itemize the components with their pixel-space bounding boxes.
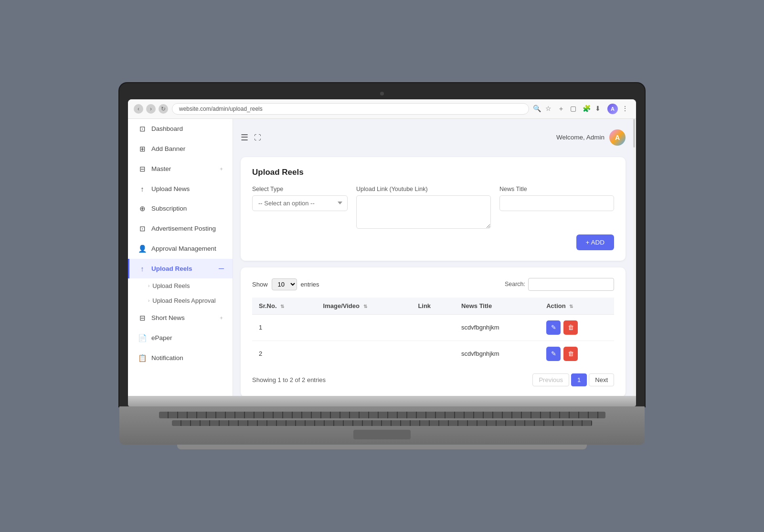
sidebar-item-label: Subscription (151, 205, 187, 212)
col-news-title-label: News Title (461, 302, 492, 309)
show-entries: Show 10 entries (252, 278, 319, 290)
add-banner-icon: ⊞ (138, 145, 147, 153)
search-label: Search: (505, 281, 525, 287)
cell-srno: 1 (252, 314, 317, 340)
approval-icon: 👤 (138, 245, 147, 253)
previous-button[interactable]: Previous (532, 373, 569, 386)
sidebar-item-label: Notification (151, 354, 183, 362)
edit-button-1[interactable]: ✎ (546, 347, 561, 361)
upload-reels-icon: ↑ (138, 265, 147, 273)
sidebar-item-notification[interactable]: 📋 Notification (128, 348, 233, 368)
sort-icon: ⇅ (363, 304, 367, 309)
col-srno: Sr.No. ⇅ (252, 298, 317, 315)
plus-icon: ＋ (558, 105, 566, 113)
pagination-buttons: Previous 1 Next (532, 373, 614, 386)
col-news-title: News Title (455, 298, 540, 315)
cell-action: ✎ 🗑 (540, 340, 614, 367)
upload-reels-expand-icon: — (219, 266, 224, 271)
col-action-label: Action (546, 302, 565, 309)
cell-action: ✎ 🗑 (540, 314, 614, 340)
col-link: Link (411, 298, 455, 315)
page-1-button[interactable]: 1 (571, 373, 587, 386)
expand-icon[interactable]: ⛶ (254, 133, 261, 141)
cell-news-title: scdvfbgnhjkm (455, 314, 540, 340)
keyboard (119, 406, 645, 445)
profile-icon[interactable]: A (607, 104, 618, 114)
table-row: 2 scdvfbgnhjkm ✎ 🗑 (252, 340, 614, 367)
sidebar-item-upload-news[interactable]: ↑ Upload News (128, 179, 233, 199)
hamburger-icon[interactable]: ☰ (241, 132, 248, 143)
col-action: Action ⇅ (540, 298, 614, 315)
entries-label: entries (301, 281, 319, 288)
sub-chevron-icon: › (148, 298, 149, 303)
cell-link (411, 314, 455, 340)
upload-link-input[interactable] (356, 195, 491, 229)
upload-form-card: Upload Reels Select Type -- Select an op… (241, 157, 626, 261)
pagination-row: Showing 1 to 2 of 2 entries Previous 1 N… (252, 373, 614, 386)
sidebar-item-add-banner[interactable]: ⊞ Add Banner (128, 139, 233, 159)
delete-button-0[interactable]: 🗑 (563, 320, 578, 335)
next-button[interactable]: Next (589, 373, 614, 386)
sidebar-sub-upload-reels-approval[interactable]: › Upload Reels Approval (128, 293, 233, 308)
upload-link-label: Upload Link (Youtube Link) (356, 186, 491, 192)
form-footer: + ADD (252, 234, 614, 250)
short-news-icon: ⊟ (138, 314, 147, 322)
sidebar-item-label: Upload Reels (151, 265, 192, 272)
sidebar-sub-upload-reels[interactable]: › Upload Reels (128, 278, 233, 293)
sidebar-item-approval[interactable]: 👤 Approval Management (128, 239, 233, 259)
camera-notch (380, 92, 384, 96)
upload-news-icon: ↑ (138, 185, 147, 193)
col-image-label: Image/Video (323, 302, 360, 309)
zoom-icon: 🔍 (533, 105, 541, 113)
avatar[interactable]: A (609, 129, 626, 146)
news-title-group: News Title (499, 186, 614, 211)
table-row: 1 scdvfbgnhjkm ✎ 🗑 (252, 314, 614, 340)
search-input[interactable] (528, 278, 614, 291)
news-title-input[interactable] (499, 195, 614, 211)
tab-icon: ▢ (570, 105, 579, 113)
sidebar-item-short-news[interactable]: ⊟ Short News ＋ (128, 308, 233, 328)
back-button[interactable]: ‹ (134, 104, 143, 114)
sidebar: ⊡ Dashboard ⊞ Add Banner ⊟ Master ＋ ↑ (128, 119, 233, 396)
menu-icon[interactable]: ⋮ (622, 105, 630, 113)
add-button[interactable]: + ADD (576, 234, 614, 250)
sidebar-item-label: Add Banner (151, 145, 185, 152)
sidebar-item-label: Dashboard (151, 125, 183, 132)
short-news-expand-icon: ＋ (219, 314, 224, 321)
entries-select[interactable]: 10 (272, 278, 297, 290)
sidebar-item-master[interactable]: ⊟ Master ＋ (128, 159, 233, 179)
keyboard-row-1 (159, 412, 605, 418)
address-bar[interactable]: website.com/admin/upload_reels (172, 103, 529, 115)
master-icon: ⊟ (138, 165, 147, 173)
sidebar-item-label: Approval Management (151, 245, 216, 252)
laptop-foot (119, 445, 645, 449)
download-icon: ⬇ (595, 105, 604, 113)
keyboard-row-2 (172, 420, 592, 426)
sidebar-item-label: Advertisement Posting (151, 225, 216, 232)
foot-bar (177, 445, 587, 449)
epaper-icon: 📄 (138, 334, 147, 342)
cell-image (317, 340, 412, 367)
sidebar-item-dashboard[interactable]: ⊡ Dashboard (128, 119, 233, 139)
edit-button-0[interactable]: ✎ (546, 320, 561, 335)
forward-button[interactable]: › (146, 104, 156, 114)
cell-news-title: scdvfbgnhjkm (455, 340, 540, 367)
sub-chevron-icon: › (148, 283, 149, 288)
delete-button-1[interactable]: 🗑 (563, 347, 578, 361)
sidebar-item-upload-reels[interactable]: ↑ Upload Reels — (128, 259, 233, 278)
sidebar-item-label: Short News (151, 314, 185, 321)
select-type-dropdown[interactable]: -- Select an option -- (252, 195, 348, 211)
table-card: Show 10 entries Search: (241, 267, 626, 396)
advertisement-icon: ⊡ (138, 224, 147, 233)
showing-text: Showing 1 to 2 of 2 entries (252, 376, 326, 383)
refresh-button[interactable]: ↻ (159, 104, 168, 114)
sidebar-item-subscription[interactable]: ⊕ Subscription (128, 199, 233, 219)
extension-icon: 🧩 (583, 105, 591, 113)
trackpad[interactable] (353, 430, 411, 439)
main-content: ☰ ⛶ Welcome, Admin A Upload Reels (233, 119, 633, 396)
sidebar-item-label: Master (151, 165, 171, 172)
sidebar-item-advertisement[interactable]: ⊡ Advertisement Posting (128, 219, 233, 239)
table-controls: Show 10 entries Search: (252, 278, 614, 291)
scrollbar[interactable] (633, 119, 635, 148)
sidebar-item-epaper[interactable]: 📄 ePaper (128, 328, 233, 348)
